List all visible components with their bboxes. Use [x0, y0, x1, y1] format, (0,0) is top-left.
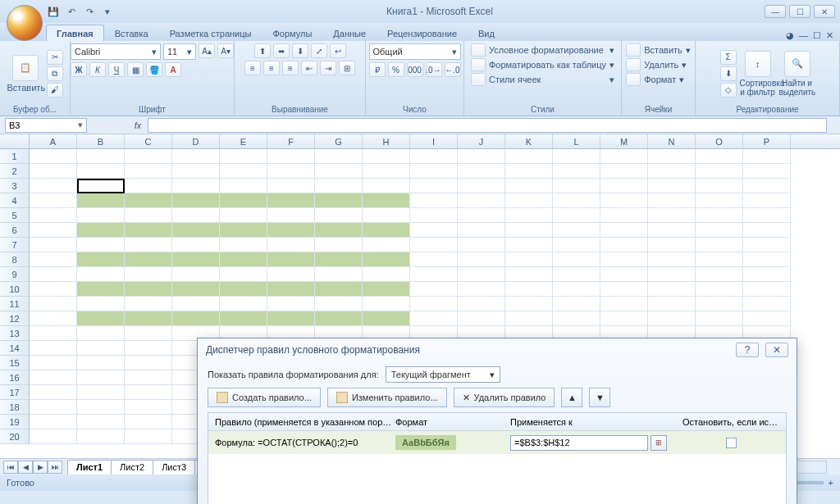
- cell[interactable]: [77, 208, 125, 223]
- cell[interactable]: [553, 149, 600, 164]
- row-header[interactable]: 7: [0, 238, 30, 252]
- cell[interactable]: [696, 297, 743, 311]
- cell[interactable]: [363, 223, 410, 238]
- cell[interactable]: [363, 164, 410, 179]
- cell[interactable]: [30, 267, 77, 282]
- border-icon[interactable]: ▦: [127, 62, 144, 77]
- cell[interactable]: [363, 238, 410, 252]
- row-header[interactable]: 13: [0, 326, 30, 341]
- cell[interactable]: [410, 282, 458, 297]
- align-center-icon[interactable]: ≡: [263, 61, 280, 75]
- cell[interactable]: [30, 179, 77, 193]
- cell[interactable]: [458, 297, 505, 311]
- cell[interactable]: [648, 238, 696, 252]
- cell[interactable]: [220, 238, 267, 252]
- autosum-icon[interactable]: Σ: [720, 50, 737, 65]
- cell[interactable]: [505, 193, 553, 208]
- cell[interactable]: [363, 267, 410, 282]
- stop-if-true-checkbox[interactable]: [726, 438, 737, 448]
- mdi-close-icon[interactable]: ✕: [826, 30, 833, 41]
- cell[interactable]: [458, 311, 505, 326]
- cell[interactable]: [505, 208, 553, 223]
- wrap-text-icon[interactable]: ↩: [330, 43, 346, 58]
- mdi-restore-icon[interactable]: ☐: [813, 30, 821, 41]
- cell[interactable]: [458, 193, 505, 208]
- cell[interactable]: [458, 238, 505, 252]
- cell[interactable]: [505, 238, 553, 252]
- cell[interactable]: [267, 223, 315, 238]
- row-header[interactable]: 10: [0, 282, 30, 297]
- cell[interactable]: [410, 311, 458, 326]
- tab-home[interactable]: Главная: [46, 25, 104, 41]
- column-header[interactable]: K: [505, 134, 553, 148]
- cell[interactable]: [315, 193, 363, 208]
- cell[interactable]: [77, 385, 125, 400]
- cell[interactable]: [696, 193, 743, 208]
- cell[interactable]: [600, 282, 648, 297]
- cell[interactable]: [743, 223, 791, 238]
- shrink-font-icon[interactable]: A▾: [217, 43, 234, 58]
- cell[interactable]: [458, 208, 505, 223]
- cell[interactable]: [267, 164, 315, 179]
- sheet-tab-3[interactable]: Лист3: [153, 460, 195, 474]
- range-selector-button[interactable]: ⊞: [651, 435, 667, 451]
- cell[interactable]: [30, 341, 77, 356]
- row-header[interactable]: 15: [0, 356, 30, 370]
- cell[interactable]: [410, 193, 458, 208]
- cell[interactable]: [363, 297, 410, 311]
- cell[interactable]: [648, 164, 696, 179]
- fill-icon[interactable]: ⬇: [720, 66, 737, 81]
- cell[interactable]: [600, 267, 648, 282]
- cell[interactable]: [696, 267, 743, 282]
- move-rule-down-button[interactable]: ▼: [589, 388, 610, 407]
- cell[interactable]: [553, 311, 600, 326]
- cell[interactable]: [363, 252, 410, 267]
- cell[interactable]: [505, 267, 553, 282]
- tab-review[interactable]: Рецензирование: [377, 25, 468, 41]
- cell[interactable]: [77, 341, 125, 356]
- format-as-table-button[interactable]: Форматировать как таблицу▾: [471, 58, 614, 71]
- cell[interactable]: [600, 164, 648, 179]
- cell[interactable]: [505, 164, 553, 179]
- cell[interactable]: [743, 179, 791, 193]
- column-header[interactable]: E: [220, 134, 267, 148]
- cell[interactable]: [125, 326, 172, 341]
- name-box[interactable]: B3▾: [5, 118, 87, 133]
- cell[interactable]: [553, 267, 600, 282]
- cell[interactable]: [410, 164, 458, 179]
- sheet-last-icon[interactable]: ⏭: [48, 461, 62, 474]
- cell[interactable]: [77, 267, 125, 282]
- underline-icon[interactable]: Ч: [108, 62, 125, 77]
- tab-data[interactable]: Данные: [322, 25, 377, 41]
- orientation-icon[interactable]: ⤢: [311, 43, 327, 58]
- cell[interactable]: [315, 252, 363, 267]
- edit-rule-button[interactable]: Изменить правило...: [327, 388, 447, 407]
- cell[interactable]: [267, 252, 315, 267]
- cell[interactable]: [125, 238, 172, 252]
- new-rule-button[interactable]: Создать правило...: [208, 388, 321, 407]
- select-all-corner[interactable]: [0, 134, 30, 148]
- row-header[interactable]: 14: [0, 341, 30, 356]
- cell[interactable]: [30, 356, 77, 370]
- cell[interactable]: [315, 297, 363, 311]
- cell[interactable]: [648, 282, 696, 297]
- cell[interactable]: [315, 311, 363, 326]
- cell[interactable]: [125, 297, 172, 311]
- cell[interactable]: [220, 193, 267, 208]
- cell[interactable]: [600, 223, 648, 238]
- cell[interactable]: [77, 252, 125, 267]
- column-header[interactable]: J: [458, 134, 505, 148]
- cell[interactable]: [77, 370, 125, 385]
- column-header[interactable]: B: [77, 134, 125, 148]
- decrease-indent-icon[interactable]: ⇤: [301, 61, 317, 75]
- fx-icon[interactable]: fx: [128, 120, 148, 130]
- show-rules-for-combo[interactable]: Текущий фрагмент▾: [386, 366, 500, 383]
- cell[interactable]: [77, 164, 125, 179]
- cell[interactable]: [696, 208, 743, 223]
- cell[interactable]: [696, 311, 743, 326]
- cell[interactable]: [696, 252, 743, 267]
- cell[interactable]: [267, 208, 315, 223]
- column-header[interactable]: H: [363, 134, 410, 148]
- cell[interactable]: [77, 400, 125, 415]
- cell[interactable]: [30, 208, 77, 223]
